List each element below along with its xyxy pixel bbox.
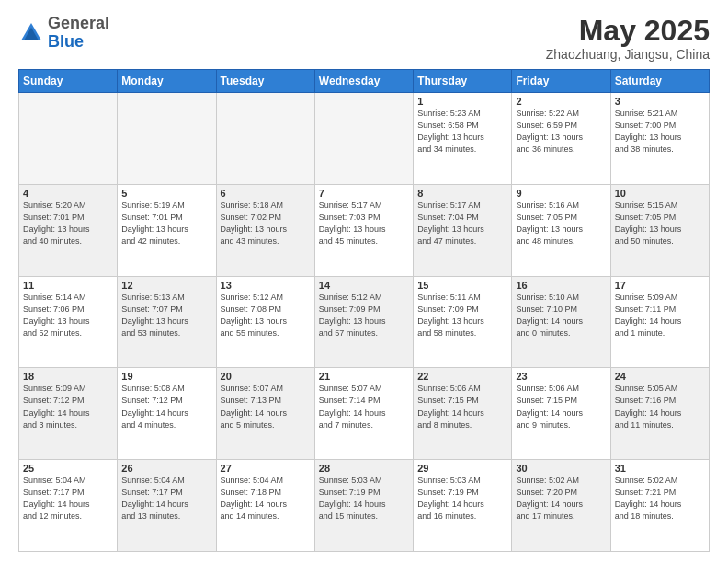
day-number: 24: [615, 371, 705, 382]
day-number: 31: [615, 463, 705, 474]
day-number: 26: [121, 463, 211, 474]
calendar-cell: 21Sunrise: 5:07 AM Sunset: 7:14 PM Dayli…: [314, 368, 413, 460]
day-info: Sunrise: 5:04 AM Sunset: 7:17 PM Dayligh…: [23, 475, 113, 523]
day-number: 30: [516, 463, 606, 474]
day-info: Sunrise: 5:18 AM Sunset: 7:02 PM Dayligh…: [221, 200, 311, 247]
day-info: Sunrise: 5:07 AM Sunset: 7:14 PM Dayligh…: [319, 383, 409, 431]
day-number: 19: [121, 371, 211, 382]
calendar-cell: 14Sunrise: 5:12 AM Sunset: 7:09 PM Dayli…: [314, 276, 413, 368]
day-info: Sunrise: 5:05 AM Sunset: 7:16 PM Dayligh…: [615, 383, 705, 431]
calendar-week-row: 1Sunrise: 5:23 AM Sunset: 6:58 PM Daylig…: [19, 93, 710, 185]
weekday-header: Wednesday: [314, 70, 413, 93]
calendar-cell: 1Sunrise: 5:23 AM Sunset: 6:58 PM Daylig…: [414, 93, 512, 185]
logo-icon: [18, 20, 44, 46]
day-number: 29: [417, 463, 507, 474]
day-info: Sunrise: 5:21 AM Sunset: 7:00 PM Dayligh…: [615, 108, 705, 155]
calendar-cell: 9Sunrise: 5:16 AM Sunset: 7:05 PM Daylig…: [512, 184, 610, 276]
calendar-week-row: 11Sunrise: 5:14 AM Sunset: 7:06 PM Dayli…: [19, 276, 710, 368]
day-number: 10: [615, 188, 705, 199]
weekday-header: Friday: [512, 70, 610, 93]
day-info: Sunrise: 5:16 AM Sunset: 7:05 PM Dayligh…: [516, 200, 606, 247]
calendar-cell: 13Sunrise: 5:12 AM Sunset: 7:08 PM Dayli…: [216, 276, 314, 368]
calendar-cell: 27Sunrise: 5:04 AM Sunset: 7:18 PM Dayli…: [216, 460, 314, 552]
day-info: Sunrise: 5:02 AM Sunset: 7:21 PM Dayligh…: [615, 475, 705, 523]
weekday-header: Saturday: [610, 70, 709, 93]
calendar-cell: 30Sunrise: 5:02 AM Sunset: 7:20 PM Dayli…: [512, 460, 610, 552]
day-info: Sunrise: 5:14 AM Sunset: 7:06 PM Dayligh…: [23, 292, 113, 339]
day-info: Sunrise: 5:07 AM Sunset: 7:13 PM Dayligh…: [221, 383, 311, 431]
page: General Blue May 2025 Zhaozhuang, Jiangs…: [0, 0, 728, 563]
day-number: 4: [23, 188, 113, 199]
day-info: Sunrise: 5:23 AM Sunset: 6:58 PM Dayligh…: [417, 108, 507, 155]
calendar-header-row: SundayMondayTuesdayWednesdayThursdayFrid…: [19, 70, 710, 93]
calendar-cell: 5Sunrise: 5:19 AM Sunset: 7:01 PM Daylig…: [118, 184, 216, 276]
day-number: 12: [121, 280, 211, 291]
day-number: 27: [221, 463, 311, 474]
logo-text: General Blue: [48, 15, 109, 52]
day-info: Sunrise: 5:09 AM Sunset: 7:12 PM Dayligh…: [23, 383, 113, 431]
day-number: 15: [417, 280, 507, 291]
weekday-header: Tuesday: [216, 70, 314, 93]
title-block: May 2025 Zhaozhuang, Jiangsu, China: [546, 15, 710, 62]
day-info: Sunrise: 5:15 AM Sunset: 7:05 PM Dayligh…: [615, 200, 705, 247]
calendar-week-row: 25Sunrise: 5:04 AM Sunset: 7:17 PM Dayli…: [19, 460, 710, 552]
day-info: Sunrise: 5:03 AM Sunset: 7:19 PM Dayligh…: [319, 475, 409, 523]
calendar-cell: 8Sunrise: 5:17 AM Sunset: 7:04 PM Daylig…: [414, 184, 512, 276]
day-number: 1: [417, 96, 507, 107]
day-number: 11: [23, 280, 113, 291]
day-info: Sunrise: 5:08 AM Sunset: 7:12 PM Dayligh…: [121, 383, 211, 431]
calendar-cell: 25Sunrise: 5:04 AM Sunset: 7:17 PM Dayli…: [19, 460, 118, 552]
day-number: 16: [516, 280, 606, 291]
calendar-cell: 4Sunrise: 5:20 AM Sunset: 7:01 PM Daylig…: [19, 184, 118, 276]
calendar-week-row: 18Sunrise: 5:09 AM Sunset: 7:12 PM Dayli…: [19, 368, 710, 460]
day-number: 21: [319, 371, 409, 382]
day-info: Sunrise: 5:11 AM Sunset: 7:09 PM Dayligh…: [417, 292, 507, 339]
day-number: 7: [319, 188, 409, 199]
calendar-cell: 23Sunrise: 5:06 AM Sunset: 7:15 PM Dayli…: [512, 368, 610, 460]
calendar-table: SundayMondayTuesdayWednesdayThursdayFrid…: [18, 69, 710, 552]
calendar-cell: 22Sunrise: 5:06 AM Sunset: 7:15 PM Dayli…: [414, 368, 512, 460]
day-number: 14: [319, 280, 409, 291]
day-number: 22: [417, 371, 507, 382]
day-info: Sunrise: 5:03 AM Sunset: 7:19 PM Dayligh…: [417, 475, 507, 523]
calendar-cell: 11Sunrise: 5:14 AM Sunset: 7:06 PM Dayli…: [19, 276, 118, 368]
calendar-cell: 7Sunrise: 5:17 AM Sunset: 7:03 PM Daylig…: [314, 184, 413, 276]
day-info: Sunrise: 5:06 AM Sunset: 7:15 PM Dayligh…: [516, 383, 606, 431]
logo: General Blue: [18, 15, 109, 52]
calendar-cell: [118, 93, 216, 185]
header: General Blue May 2025 Zhaozhuang, Jiangs…: [18, 15, 710, 62]
day-info: Sunrise: 5:04 AM Sunset: 7:18 PM Dayligh…: [221, 475, 311, 523]
calendar-cell: 6Sunrise: 5:18 AM Sunset: 7:02 PM Daylig…: [216, 184, 314, 276]
day-number: 8: [417, 188, 507, 199]
calendar-cell: 28Sunrise: 5:03 AM Sunset: 7:19 PM Dayli…: [314, 460, 413, 552]
day-number: 9: [516, 188, 606, 199]
day-info: Sunrise: 5:17 AM Sunset: 7:04 PM Dayligh…: [417, 200, 507, 247]
calendar-cell: [19, 93, 118, 185]
day-number: 20: [221, 371, 311, 382]
calendar-cell: 24Sunrise: 5:05 AM Sunset: 7:16 PM Dayli…: [610, 368, 709, 460]
day-info: Sunrise: 5:04 AM Sunset: 7:17 PM Dayligh…: [121, 475, 211, 523]
calendar-cell: 19Sunrise: 5:08 AM Sunset: 7:12 PM Dayli…: [118, 368, 216, 460]
day-number: 28: [319, 463, 409, 474]
day-number: 5: [121, 188, 211, 199]
day-info: Sunrise: 5:02 AM Sunset: 7:20 PM Dayligh…: [516, 475, 606, 523]
day-info: Sunrise: 5:19 AM Sunset: 7:01 PM Dayligh…: [121, 200, 211, 247]
day-info: Sunrise: 5:17 AM Sunset: 7:03 PM Dayligh…: [319, 200, 409, 247]
day-number: 23: [516, 371, 606, 382]
day-info: Sunrise: 5:13 AM Sunset: 7:07 PM Dayligh…: [121, 292, 211, 339]
day-info: Sunrise: 5:06 AM Sunset: 7:15 PM Dayligh…: [417, 383, 507, 431]
calendar-cell: 16Sunrise: 5:10 AM Sunset: 7:10 PM Dayli…: [512, 276, 610, 368]
calendar-cell: 12Sunrise: 5:13 AM Sunset: 7:07 PM Dayli…: [118, 276, 216, 368]
day-info: Sunrise: 5:20 AM Sunset: 7:01 PM Dayligh…: [23, 200, 113, 247]
weekday-header: Monday: [118, 70, 216, 93]
calendar-cell: 17Sunrise: 5:09 AM Sunset: 7:11 PM Dayli…: [610, 276, 709, 368]
day-info: Sunrise: 5:12 AM Sunset: 7:09 PM Dayligh…: [319, 292, 409, 339]
calendar-week-row: 4Sunrise: 5:20 AM Sunset: 7:01 PM Daylig…: [19, 184, 710, 276]
day-number: 25: [23, 463, 113, 474]
weekday-header: Sunday: [19, 70, 118, 93]
calendar-cell: 20Sunrise: 5:07 AM Sunset: 7:13 PM Dayli…: [216, 368, 314, 460]
logo-blue-text: Blue: [48, 32, 84, 51]
day-info: Sunrise: 5:22 AM Sunset: 6:59 PM Dayligh…: [516, 108, 606, 155]
calendar-cell: 29Sunrise: 5:03 AM Sunset: 7:19 PM Dayli…: [414, 460, 512, 552]
day-number: 2: [516, 96, 606, 107]
